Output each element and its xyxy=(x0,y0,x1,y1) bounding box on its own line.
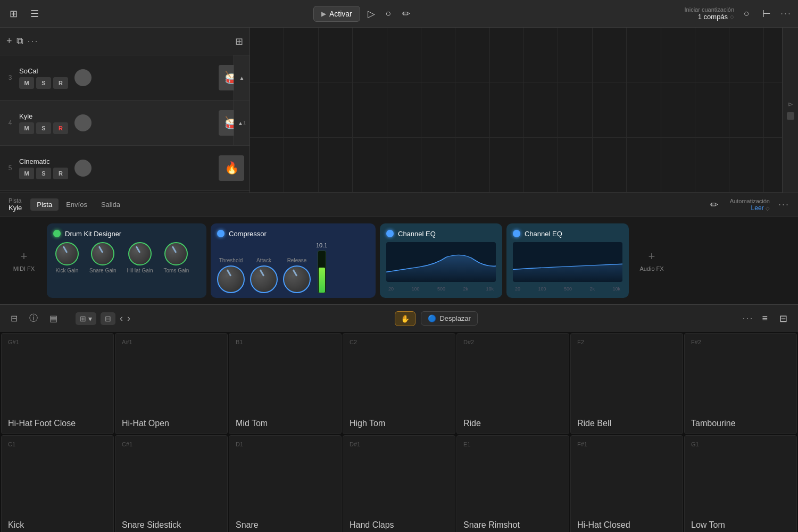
eq2-freq-500: 500 xyxy=(564,286,572,292)
grid-view-btn[interactable]: ⊞ xyxy=(6,6,21,22)
pad-note-ds1: D#1 xyxy=(350,441,448,447)
grid-cell xyxy=(627,28,661,82)
bottom-piano-btn[interactable]: ⊟ xyxy=(776,311,791,327)
audio-fx-btn[interactable]: + Audio FX xyxy=(633,223,670,298)
solo-btn-kyle[interactable]: S xyxy=(36,122,51,134)
eq2-graph xyxy=(513,242,622,282)
add-track-btn[interactable]: + xyxy=(6,36,12,47)
grid-cell xyxy=(319,28,353,82)
toms-gain-knob[interactable] xyxy=(164,242,188,265)
audio-fx-plus-icon: + xyxy=(649,250,655,263)
rec-btn-socal[interactable]: R xyxy=(53,77,68,89)
threshold-knob[interactable] xyxy=(217,265,245,293)
nav-next-btn[interactable]: › xyxy=(127,313,130,324)
pad-hi-hat-foot-close[interactable]: G#1 Hi-Hat Foot Close xyxy=(1,333,114,434)
grid-cell xyxy=(387,28,421,82)
hihat-gain-knob[interactable] xyxy=(128,242,152,265)
grid-cell xyxy=(558,138,592,192)
plugin-header: Pista Kyle Pista Envíos Salida ✏ Automat… xyxy=(0,193,798,217)
solo-btn-socal[interactable]: S xyxy=(36,77,51,89)
pad-snare-sidestick[interactable]: C#1 Snare Sidestick xyxy=(115,435,228,533)
pad-low-tom[interactable]: G1 Low Tom xyxy=(684,435,797,533)
tab-pista[interactable]: Pista xyxy=(30,198,59,211)
pad-snare-rimshot[interactable]: E1 Snare Rimshot xyxy=(456,435,569,533)
plugin-more-btn[interactable]: ··· xyxy=(778,199,789,210)
pad-hi-hat-closed[interactable]: F#1 Hi-Hat Closed xyxy=(570,435,683,533)
finger-tool-btn[interactable]: ✋ xyxy=(395,311,415,326)
pad-hi-hat-open[interactable]: A#1 Hi-Hat Open xyxy=(115,333,228,434)
plugin-channel-eq-2[interactable]: Channel EQ 20 100 500 xyxy=(506,223,629,298)
mute-btn-socal[interactable]: M xyxy=(19,77,34,89)
track-item-kyle[interactable]: 4 Kyle M S R 🥁 ▲1 xyxy=(0,101,250,146)
kick-gain-knob[interactable] xyxy=(55,242,79,265)
bottom-toolbar: ⊟ ⓘ ▤ ⊞ ▾ ⊟ ‹ › ✋ 🔵 Desplazar ··· ≡ ⊟ xyxy=(0,304,798,332)
rec-btn-cinematic[interactable]: R xyxy=(53,168,68,179)
attack-knob[interactable] xyxy=(250,265,278,293)
pad-ride-bell[interactable]: F2 Ride Bell xyxy=(570,333,683,434)
grid-cell xyxy=(524,28,558,82)
compressor-title: Compressor xyxy=(229,230,267,238)
bottom-more-btn[interactable]: ··· xyxy=(742,313,753,324)
more-options-btn[interactable]: ··· xyxy=(780,8,792,19)
step-forward-btn[interactable]: ▷ xyxy=(364,6,378,22)
release-knob[interactable] xyxy=(283,265,311,293)
tab-salida[interactable]: Salida xyxy=(95,198,127,211)
bottom-info-btn[interactable]: ⓘ xyxy=(26,311,41,326)
bottom-inbox-btn[interactable]: ⊟ xyxy=(7,311,21,326)
plugin-drum-kit-designer[interactable]: Drum Kit Designer Kick Gain Snare Gain H… xyxy=(47,223,206,298)
pencil-edit-btn[interactable]: ✏ xyxy=(707,197,721,213)
plugin-power-eq2-icon xyxy=(513,230,520,237)
pad-name-ride: Ride xyxy=(463,419,562,428)
bottom-lines-btn[interactable]: ≡ xyxy=(759,311,771,326)
grid-cell xyxy=(695,138,729,192)
circle-btn[interactable]: ○ xyxy=(741,6,753,21)
play-button[interactable]: ▶ Activar xyxy=(313,6,360,22)
mute-btn-kyle[interactable]: M xyxy=(19,122,34,134)
solo-btn-cinematic[interactable]: S xyxy=(36,168,51,179)
rec-btn-kyle[interactable]: R xyxy=(53,122,68,134)
pad-ride[interactable]: D#2 Ride xyxy=(456,333,569,434)
grid-right-controls: ⊳ xyxy=(782,28,798,193)
track-list-header: + ⧉ ··· ⊞ xyxy=(0,28,250,55)
view-split-btn[interactable]: ⊟ xyxy=(101,312,115,325)
track-eq-btn[interactable]: ⊞ xyxy=(235,36,243,47)
track-expand-kyle[interactable]: ▲1 xyxy=(234,101,250,145)
midi-fx-btn[interactable]: + MIDI FX xyxy=(5,223,43,298)
list-view-btn[interactable]: ☰ xyxy=(27,6,42,22)
snare-gain-knob[interactable] xyxy=(91,242,114,265)
desplazar-btn[interactable]: 🔵 Desplazar xyxy=(421,311,478,326)
pad-mid-tom[interactable]: B1 Mid Tom xyxy=(229,333,342,434)
pad-tambourine[interactable]: F#2 Tambourine xyxy=(684,333,797,434)
tab-envios[interactable]: Envíos xyxy=(60,198,94,211)
pad-name-low-tom: Low Tom xyxy=(691,520,790,530)
track-volume-cinematic[interactable] xyxy=(74,160,92,177)
grid-cell xyxy=(695,28,729,82)
pad-snare[interactable]: D1 Snare xyxy=(229,435,342,533)
pad-hand-claps[interactable]: D#1 Hand Claps xyxy=(343,435,455,533)
grid-row-3 xyxy=(250,138,798,193)
track-expand-socal[interactable]: ▲ xyxy=(234,55,250,100)
track-more-btn[interactable]: ··· xyxy=(28,36,39,47)
grid-cell xyxy=(387,138,421,192)
track-item-cinematic[interactable]: 5 Cinematic M S R 🔥 xyxy=(0,146,250,191)
view-grid-btn[interactable]: ⊞ ▾ xyxy=(76,312,96,325)
grid-cell xyxy=(455,28,489,82)
plugin-channel-eq-1[interactable]: Channel EQ 20 100 500 xyxy=(380,223,502,298)
auto-label: Automatización xyxy=(730,198,770,204)
track-item-socal[interactable]: 3 SoCal M S R 🥁 ▲ xyxy=(0,55,250,101)
pad-kick[interactable]: C1 Kick xyxy=(1,435,114,533)
mute-btn-cinematic[interactable]: M xyxy=(19,168,34,179)
bottom-panel-btn[interactable]: ▤ xyxy=(46,311,61,326)
pencil-tool-btn[interactable]: ✏ xyxy=(399,6,413,22)
track-volume-socal[interactable] xyxy=(74,69,92,86)
track-volume-kyle[interactable] xyxy=(74,114,92,131)
copy-track-btn[interactable]: ⧉ xyxy=(16,36,23,47)
split-btn[interactable]: ⊢ xyxy=(759,6,774,22)
plugin-compressor[interactable]: Compressor Threshold Attack Release 10.1 xyxy=(211,223,376,298)
track-number-4: 4 xyxy=(5,119,15,127)
loop-btn[interactable]: ○ xyxy=(383,6,395,21)
top-bar-right: Iniciar cuantización 1 compás ◇ ○ ⊢ ··· xyxy=(685,6,792,22)
pad-note-cs1: C#1 xyxy=(122,441,221,447)
nav-prev-btn[interactable]: ‹ xyxy=(120,313,123,324)
pad-high-tom[interactable]: C2 High Tom xyxy=(343,333,455,434)
